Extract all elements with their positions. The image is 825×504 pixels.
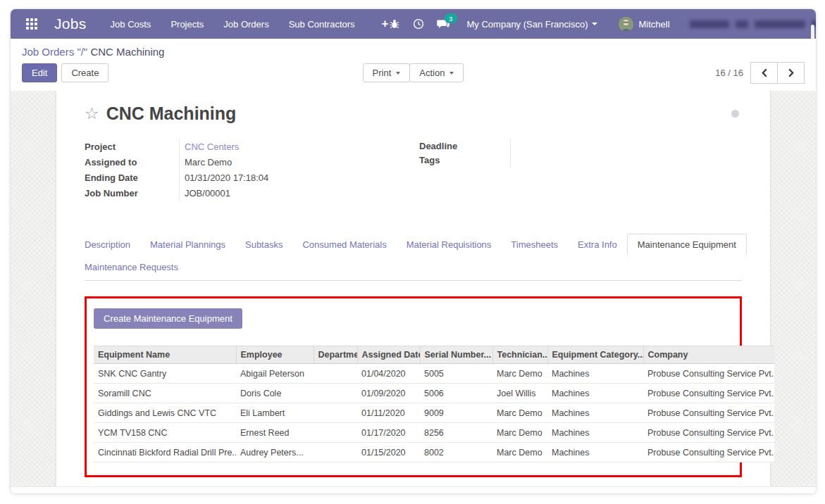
col-assigned-date[interactable]: Assigned Date... xyxy=(357,346,420,364)
form-sheet: ☆ CNC Machining Project CNC Centers Assi… xyxy=(56,91,771,486)
form-view-background: ☆ CNC Machining Project CNC Centers Assi… xyxy=(11,91,816,486)
menu-job-orders[interactable]: Job Orders xyxy=(223,19,268,30)
tab-timesheets[interactable]: Timesheets xyxy=(501,234,568,255)
menu-projects[interactable]: Projects xyxy=(170,19,204,30)
cell-assigned-date: 01/11/2020 xyxy=(357,403,420,423)
control-panel-center: Print Action xyxy=(363,63,464,82)
menu-sub-contractors[interactable]: Sub Contractors xyxy=(289,19,355,30)
tab-row-1: Description Material Plannings Subtasks … xyxy=(85,234,742,255)
company-switcher[interactable]: My Company (San Francisco) xyxy=(467,19,598,30)
favorite-star-icon[interactable]: ☆ xyxy=(85,106,99,122)
kanban-state-dot[interactable] xyxy=(731,110,739,118)
col-department[interactable]: Department... xyxy=(314,346,357,364)
cell-serial-number: 5005 xyxy=(420,364,492,384)
cell-department xyxy=(314,384,357,403)
cell-technician: Marc Demo xyxy=(492,403,547,423)
tabs-divider xyxy=(85,280,742,281)
main-navbar: Jobs Job Costs Projects Job Orders Sub C… xyxy=(11,9,816,39)
cell-equipment-category: Machines xyxy=(547,403,643,423)
chevron-left-icon xyxy=(761,68,768,77)
field-label-tags: Tags xyxy=(419,153,510,168)
chevron-down-icon xyxy=(396,72,400,75)
table-row[interactable]: Soramill CNC Doris Cole 01/09/2020 5006 … xyxy=(94,384,774,403)
edit-button[interactable]: Edit xyxy=(22,63,57,82)
print-dropdown-button[interactable]: Print xyxy=(363,63,411,82)
col-company[interactable]: Company xyxy=(643,346,774,364)
cell-equipment-category: Machines xyxy=(547,384,643,403)
field-label-assigned-to: Assigned to xyxy=(85,155,179,170)
pager-counter: 16 / 16 xyxy=(715,68,743,78)
pager-next-button[interactable] xyxy=(777,62,805,84)
table-row[interactable]: Giddings and Lewis CNC VTC Eli Lambert 0… xyxy=(94,403,774,423)
pager-previous-button[interactable] xyxy=(750,62,778,84)
cell-equipment-category: Machines xyxy=(547,364,643,384)
cell-assigned-date: 01/17/2020 xyxy=(357,423,420,443)
tab-extra-info[interactable]: Extra Info xyxy=(568,234,627,255)
action-label: Action xyxy=(419,68,445,77)
nav-menu: Job Costs Projects Job Orders Sub Contra… xyxy=(111,17,389,31)
col-serial-number[interactable]: Serial Number... xyxy=(420,346,492,364)
create-button[interactable]: Create xyxy=(61,63,108,82)
col-employee[interactable]: Employee xyxy=(236,346,314,364)
chevron-down-icon xyxy=(592,23,597,25)
menu-job-costs[interactable]: Job Costs xyxy=(111,19,151,30)
cell-equipment-category: Machines xyxy=(547,443,643,462)
cell-assigned-date: 01/15/2020 xyxy=(357,443,420,462)
table-row[interactable]: YCM TV158 CNC Ernest Reed 01/17/2020 825… xyxy=(94,423,774,443)
cell-serial-number: 5006 xyxy=(420,384,492,403)
field-label-deadline: Deadline xyxy=(419,139,510,153)
screenshot-viewport: Jobs Job Costs Projects Job Orders Sub C… xyxy=(0,0,825,504)
field-value-job-number: JOB/00001 xyxy=(179,186,419,201)
col-technician[interactable]: Technician... xyxy=(492,346,547,364)
cell-equipment-name: Soramill CNC xyxy=(94,384,236,403)
create-maintenance-equipment-button[interactable]: Create Maintenance Equipment xyxy=(94,308,242,329)
user-name: Mitchell xyxy=(638,19,669,30)
cell-company: Probuse Consulting Service Pvt. L... xyxy=(643,443,774,462)
activities-clock-icon[interactable] xyxy=(413,18,424,30)
breadcrumb-parent[interactable]: Job Orders xyxy=(22,46,74,58)
plus-menu-item[interactable]: + xyxy=(382,17,389,31)
tab-description[interactable]: Description xyxy=(85,234,140,255)
tab-subtasks[interactable]: Subtasks xyxy=(235,234,292,255)
cell-technician: Joel Willis xyxy=(492,384,547,403)
field-value-assigned-to: Marc Demo xyxy=(179,155,419,170)
messages-chat-icon[interactable]: 3 xyxy=(437,18,450,30)
cell-employee: Doris Cole xyxy=(236,384,314,403)
cell-employee: Ernest Reed xyxy=(236,423,314,443)
tab-consumed-materials[interactable]: Consumed Materials xyxy=(292,234,396,255)
col-equipment-name[interactable]: Equipment Name xyxy=(94,346,236,364)
cell-technician: Marc Demo xyxy=(492,443,547,462)
tab-maintenance-requests[interactable]: Maintenance Requests xyxy=(85,257,188,277)
cell-technician: Marc Demo xyxy=(492,423,547,443)
cell-company: Probuse Consulting Service Pvt. L... xyxy=(643,384,774,403)
user-menu[interactable]: Mitchell xyxy=(619,17,669,32)
cell-equipment-name: SNK CNC Gantry xyxy=(94,364,236,384)
field-group-right: Deadline Tags xyxy=(419,139,742,201)
control-panel-right: 16 / 16 xyxy=(464,62,805,84)
field-label-ending-date: Ending Date xyxy=(85,170,179,186)
app-name[interactable]: Jobs xyxy=(54,15,87,32)
tab-material-requisitions[interactable]: Material Requisitions xyxy=(397,234,502,255)
col-equipment-category[interactable]: Equipment Category... xyxy=(547,346,643,364)
cell-employee: Abigail Peterson xyxy=(236,364,314,384)
scrollbar-thumb[interactable] xyxy=(811,25,814,49)
navbar-systray: 3 My Company (San Francisco) Mitchell xyxy=(389,17,817,32)
tab-maintenance-equipment[interactable]: Maintenance Equipment xyxy=(627,234,747,255)
debug-bug-icon[interactable] xyxy=(389,18,400,30)
messages-count-badge: 3 xyxy=(445,13,457,23)
table-row[interactable]: Cincinnati Bickford Radial Drill Pre... … xyxy=(94,443,774,462)
table-row[interactable]: SNK CNC Gantry Abigail Peterson 01/04/20… xyxy=(94,364,774,384)
control-panel: Edit Create Print Action 16 / 16 xyxy=(11,61,816,91)
field-value-ending-date: 01/31/2020 17:18:04 xyxy=(179,170,419,186)
cell-department xyxy=(314,443,357,462)
cell-department xyxy=(314,423,357,443)
apps-grid-icon[interactable] xyxy=(26,18,37,30)
field-label-job-number: Job Number xyxy=(85,186,179,201)
action-dropdown-button[interactable]: Action xyxy=(409,63,464,82)
cell-serial-number: 8256 xyxy=(420,423,492,443)
chevron-right-icon xyxy=(788,68,795,77)
field-value-project[interactable]: CNC Centers xyxy=(179,139,419,155)
tab-row-2: Maintenance Requests xyxy=(85,257,742,277)
tab-material-plannings[interactable]: Material Plannings xyxy=(140,234,235,255)
breadcrumb-separator: "/" xyxy=(77,46,87,58)
